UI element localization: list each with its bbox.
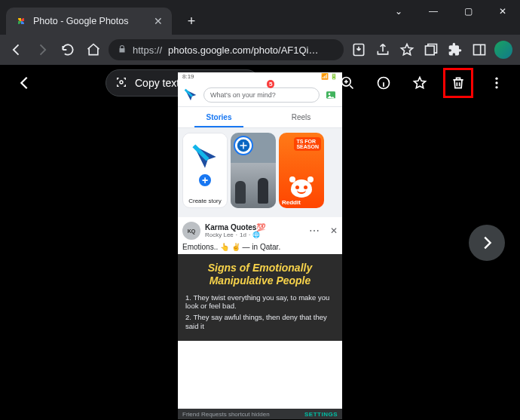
post-avatar: KQ (182, 222, 200, 240)
plus-icon: + (197, 173, 213, 188)
new-tab-button[interactable]: + (181, 11, 202, 32)
feed-post: KQ Karma Quotes💯 Rocky Lee · 1d · 🌐 ⋯ ✕ … (178, 213, 342, 341)
more-options-button[interactable] (484, 70, 509, 96)
story-tag: TS FORSEASON (294, 137, 321, 151)
tab-stories[interactable]: Stories (178, 107, 260, 127)
story-card-reddit[interactable]: TS FORSEASON Reddit (279, 133, 324, 208)
window-close-button[interactable]: ✕ (485, 0, 520, 23)
create-story-card[interactable]: + Create story (182, 133, 228, 208)
signs-point-2: 2. They say awful things, then deny that… (185, 313, 335, 330)
svg-point-3 (120, 81, 123, 84)
post-body: Emotions.. 👆 ✌️ — in Qatar. (182, 240, 338, 254)
post-age: 1d (240, 231, 246, 238)
stories-row: + Create story TS FORSEASON Reddit (178, 128, 342, 213)
signs-title-2: Manipulative People (210, 274, 311, 287)
post-menu-icon[interactable]: ⋯ (309, 225, 320, 237)
address-bar[interactable]: https://photos.google.com/photo/AF1Qi… (109, 39, 344, 60)
story-avatar-ring (234, 136, 253, 155)
reddit-snoo-icon (291, 179, 312, 198)
svg-point-6 (495, 78, 497, 80)
bookmark-star-icon[interactable] (396, 39, 418, 60)
photo-content: 8:19 📶 🔋 5 What's on your mind? Stories … (178, 72, 342, 419)
fb-tabs: Stories Reels (178, 107, 342, 128)
signs-title-1: Signs of Emotionally (208, 262, 312, 274)
status-icons: 📶 🔋 (321, 73, 338, 82)
post-dismiss-icon[interactable]: ✕ (330, 225, 338, 236)
app-logo-icon (182, 87, 199, 103)
composer-placeholder: What's on your mind? (210, 91, 276, 99)
home-button[interactable] (83, 39, 104, 60)
extensions-icon[interactable] (445, 39, 466, 60)
tab-reels[interactable]: Reels (260, 107, 342, 127)
photos-viewer: Copy text from image ✕ (0, 65, 520, 420)
snackbar-action[interactable]: SETTINGS (304, 411, 338, 418)
lens-icon (115, 76, 127, 90)
profile-avatar[interactable] (493, 39, 514, 60)
globe-icon: 🌐 (252, 231, 260, 238)
url-path: photos.google.com/photo/AF1Qi… (168, 44, 318, 56)
forward-button[interactable] (32, 39, 53, 60)
favorite-button[interactable] (407, 70, 433, 96)
post-page-name[interactable]: Karma Quotes💯 (205, 223, 304, 231)
svg-rect-2 (474, 44, 485, 54)
url-protocol: https:// (133, 44, 162, 56)
status-time: 8:19 (182, 73, 194, 82)
window-minimize-button[interactable]: — (416, 0, 451, 23)
window-caret-icon[interactable]: ⌄ (381, 0, 416, 23)
window-controls: ⌄ — ▢ ✕ (381, 0, 520, 35)
info-button[interactable] (371, 70, 396, 96)
post-author: Rocky Lee (205, 231, 234, 238)
window-maximize-button[interactable]: ▢ (451, 0, 485, 23)
svg-rect-1 (426, 46, 435, 55)
viewer-actions (335, 68, 509, 98)
delete-button[interactable] (443, 68, 473, 98)
back-button[interactable] (6, 39, 27, 60)
post-image-content: Signs of Emotionally Manipulative People… (178, 254, 342, 341)
story-card[interactable] (231, 133, 276, 208)
photo-picker-icon[interactable] (324, 88, 338, 102)
tab-groups-icon[interactable] (421, 39, 442, 60)
install-app-icon[interactable] (348, 39, 369, 60)
post-header: KQ Karma Quotes💯 Rocky Lee · 1d · 🌐 ⋯ ✕ (182, 222, 338, 240)
google-photos-favicon-icon (15, 15, 27, 27)
toolbar-right-icons (348, 39, 514, 60)
signs-point-1: 1. They twist everything you say, to mak… (185, 293, 335, 311)
browser-toolbar: https://photos.google.com/photo/AF1Qi… (0, 35, 520, 65)
svg-point-7 (495, 81, 497, 84)
reload-button[interactable] (57, 39, 78, 60)
snackbar: Friend Requests shortcut hidden SETTINGS (178, 409, 342, 419)
browser-titlebar: Photo - Google Photos ✕ + ⌄ — ▢ ✕ (0, 0, 520, 35)
composer-input[interactable]: What's on your mind? (203, 87, 320, 103)
svg-point-16 (329, 93, 331, 95)
close-tab-icon[interactable]: ✕ (154, 15, 163, 27)
create-story-label: Create story (188, 198, 222, 204)
viewer-back-button[interactable] (11, 69, 38, 97)
fb-composer: 5 What's on your mind? (178, 83, 342, 107)
next-photo-button[interactable] (469, 225, 505, 261)
lock-icon (118, 44, 127, 56)
share-page-icon[interactable] (372, 39, 393, 60)
side-panel-icon[interactable] (469, 39, 490, 60)
svg-point-8 (495, 86, 497, 88)
snackbar-text: Friend Requests shortcut hidden (182, 411, 270, 418)
tab-title: Photo - Google Photos (33, 16, 128, 26)
phone-status-bar: 8:19 📶 🔋 (178, 72, 342, 83)
browser-tab[interactable]: Photo - Google Photos ✕ (6, 8, 172, 35)
story-label: Reddit (282, 199, 301, 206)
